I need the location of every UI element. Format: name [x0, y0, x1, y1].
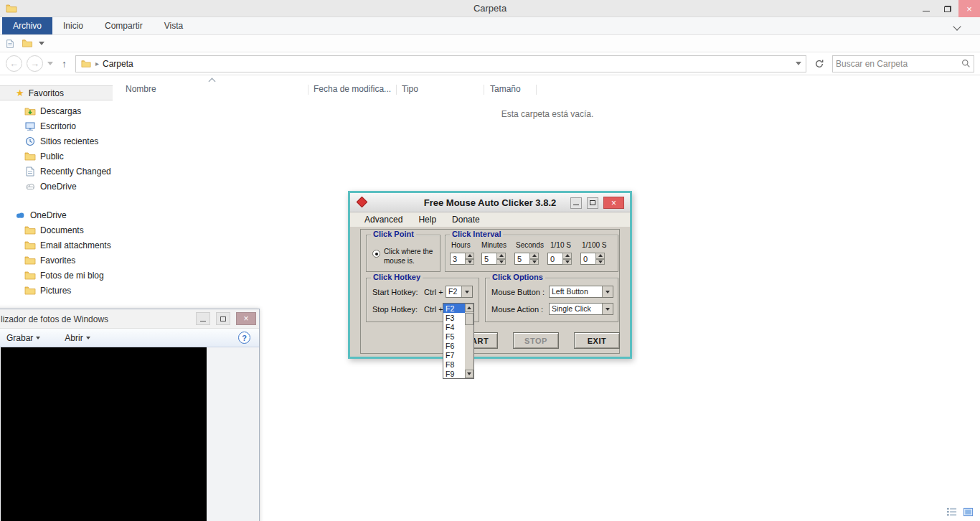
- dropdown-scrollbar[interactable]: [465, 304, 473, 378]
- scroll-down-icon[interactable]: [465, 370, 473, 378]
- hours-spinner[interactable]: 3: [450, 253, 474, 265]
- up-button[interactable]: ↑: [57, 58, 71, 70]
- sidebar-item-recently-changed[interactable]: Recently Changed: [0, 164, 113, 179]
- restore-button[interactable]: [937, 0, 958, 17]
- expand-ribbon-icon[interactable]: [953, 22, 961, 30]
- dropdown-option-f7[interactable]: F7: [443, 350, 465, 360]
- dropdown-option-f8[interactable]: F8: [443, 360, 465, 369]
- sidebar-group-favoritos[interactable]: ★ Favoritos: [0, 85, 113, 100]
- hours-value[interactable]: 3: [450, 253, 465, 265]
- dropdown-option-f3[interactable]: F3: [443, 313, 465, 322]
- sidebar-item-documents[interactable]: Documents: [0, 222, 113, 238]
- back-button[interactable]: ←: [6, 55, 22, 72]
- column-header-nombre[interactable]: Nombre: [126, 84, 156, 94]
- recent-locations-icon[interactable]: [47, 62, 53, 65]
- minimize-button[interactable]: [570, 197, 582, 209]
- minutes-spinner[interactable]: 5: [481, 253, 506, 265]
- sidebar-item-pictures[interactable]: Pictures: [0, 283, 113, 298]
- combo-dropdown-icon[interactable]: [461, 286, 472, 297]
- click-point-radio[interactable]: [372, 250, 380, 258]
- sidebar-item-public[interactable]: Public: [0, 149, 113, 164]
- properties-icon[interactable]: [4, 39, 16, 49]
- dropdown-option-f2[interactable]: F2: [443, 304, 465, 313]
- scroll-thumb[interactable]: [465, 313, 473, 325]
- address-bar[interactable]: ▸ Carpeta: [75, 55, 806, 72]
- address-dropdown-icon[interactable]: [796, 62, 801, 65]
- minimize-button[interactable]: [915, 0, 937, 17]
- forward-button[interactable]: →: [27, 55, 43, 72]
- close-button[interactable]: ×: [958, 0, 980, 17]
- customize-quick-access-icon[interactable]: [39, 42, 44, 45]
- dropdown-option-f4[interactable]: F4: [443, 322, 465, 332]
- column-separator[interactable]: [536, 85, 537, 95]
- search-icon[interactable]: [961, 59, 971, 68]
- exit-button[interactable]: EXIT: [574, 332, 620, 349]
- minutes-value[interactable]: 5: [481, 253, 496, 265]
- column-header-fecha[interactable]: Fecha de modifica...: [314, 84, 391, 94]
- hundredth-value[interactable]: 0: [580, 253, 595, 265]
- sidebar-item-email-attachments[interactable]: Email attachments: [0, 238, 113, 253]
- maximize-button[interactable]: [216, 312, 230, 325]
- spin-down-icon[interactable]: [496, 259, 506, 266]
- tenth-spinner[interactable]: 0: [547, 253, 572, 265]
- column-separator[interactable]: [308, 85, 308, 95]
- dropdown-option-f6[interactable]: F6: [443, 341, 465, 350]
- menu-advanced[interactable]: Advanced: [364, 215, 402, 225]
- column-header-tipo[interactable]: Tipo: [402, 84, 418, 94]
- column-header-tamano[interactable]: Tamaño: [490, 84, 521, 94]
- seconds-value[interactable]: 5: [514, 253, 529, 265]
- refresh-button[interactable]: [811, 55, 828, 72]
- tab-archivo[interactable]: Archivo: [2, 17, 52, 34]
- abrir-menu[interactable]: Abrir: [59, 333, 95, 343]
- column-separator[interactable]: [484, 85, 484, 95]
- seconds-spinner[interactable]: 5: [514, 253, 539, 265]
- menu-donate[interactable]: Donate: [452, 215, 480, 225]
- close-button[interactable]: ×: [236, 312, 256, 325]
- spin-down-icon[interactable]: [465, 259, 474, 266]
- mouse-button-combo[interactable]: Left Button: [549, 286, 613, 298]
- spin-down-icon[interactable]: [529, 259, 539, 266]
- minimize-button[interactable]: [196, 312, 210, 325]
- mouse-action-combo[interactable]: Single Click: [549, 303, 613, 315]
- search-box[interactable]: [832, 55, 974, 72]
- maximize-button[interactable]: [587, 197, 598, 209]
- quick-access-toolbar: [0, 35, 980, 52]
- tab-vista[interactable]: Vista: [154, 17, 194, 34]
- spin-down-icon[interactable]: [595, 259, 605, 266]
- start-hotkey-combo[interactable]: F2: [446, 286, 473, 298]
- sidebar-item-escritorio[interactable]: Escritorio: [0, 118, 113, 133]
- dropdown-option-f9[interactable]: F9: [443, 369, 465, 378]
- new-folder-icon[interactable]: [22, 38, 33, 49]
- sidebar-item-favorites[interactable]: Favorites: [0, 253, 113, 268]
- scroll-up-icon[interactable]: [465, 304, 473, 312]
- stop-button[interactable]: STOP: [513, 332, 559, 349]
- menu-help[interactable]: Help: [418, 215, 436, 225]
- thumbnail-view-icon[interactable]: [962, 506, 974, 518]
- help-icon[interactable]: ?: [238, 332, 250, 344]
- grabar-menu[interactable]: Grabar: [1, 333, 46, 343]
- tab-inicio[interactable]: Inicio: [52, 17, 94, 34]
- sidebar-group-onedrive[interactable]: OneDrive: [0, 207, 113, 222]
- sidebar-item-sitios-recientes[interactable]: Sitios recientes: [0, 133, 113, 149]
- spin-down-icon[interactable]: [562, 259, 572, 266]
- spin-up-icon[interactable]: [595, 253, 605, 259]
- sidebar-item-fotos-de-mi-blog[interactable]: Fotos de mi blog: [0, 268, 113, 283]
- sidebar-item-descargas[interactable]: Descargas: [0, 103, 113, 118]
- spin-up-icon[interactable]: [562, 253, 572, 259]
- tenth-value[interactable]: 0: [547, 253, 562, 265]
- spin-up-icon[interactable]: [529, 253, 539, 259]
- spin-up-icon[interactable]: [496, 253, 506, 259]
- search-input[interactable]: [836, 59, 961, 69]
- column-separator[interactable]: [396, 85, 397, 95]
- details-view-icon[interactable]: [946, 506, 958, 518]
- tab-compartir[interactable]: Compartir: [94, 17, 154, 34]
- close-button[interactable]: ×: [603, 197, 624, 209]
- photo-viewer-titlebar: lizador de fotos de Windows ×: [0, 309, 259, 329]
- combo-dropdown-icon[interactable]: [602, 304, 613, 314]
- hundredth-spinner[interactable]: 0: [580, 253, 605, 265]
- breadcrumb[interactable]: Carpeta: [103, 59, 133, 69]
- sidebar-item-onedrive-favorite[interactable]: OneDrive: [0, 179, 113, 194]
- spin-up-icon[interactable]: [465, 253, 474, 259]
- dropdown-option-f5[interactable]: F5: [443, 332, 465, 341]
- combo-dropdown-icon[interactable]: [602, 286, 613, 297]
